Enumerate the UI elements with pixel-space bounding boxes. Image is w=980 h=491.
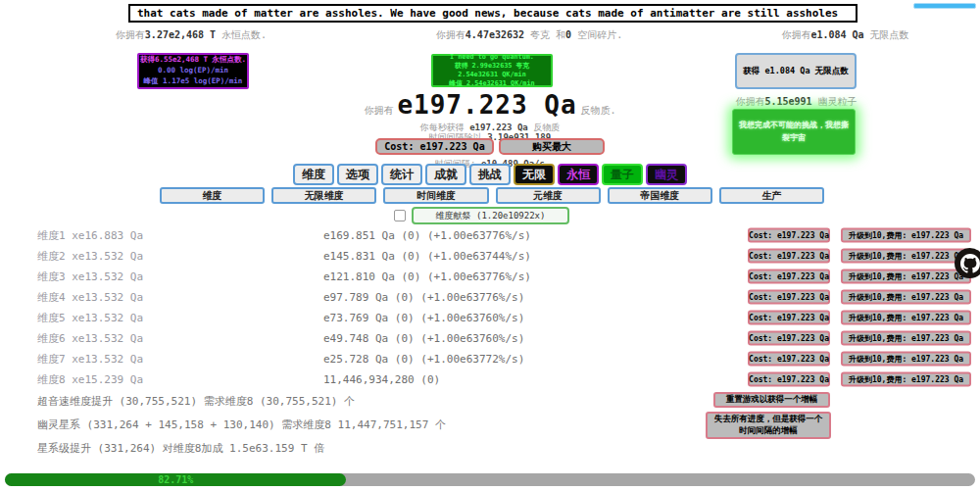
- buy-one-button[interactable]: Cost: e197.223 Qa: [748, 269, 830, 283]
- dimensional-sacrifice-button[interactable]: 维度献祭 (1.20e10922x): [412, 207, 569, 224]
- dimension-row-4: 维度4 xe13.532 Qa e97.789 Qa (0) (+1.00e63…: [0, 286, 980, 307]
- github-mark: [960, 254, 980, 273]
- dimboost-reset-button[interactable]: 重置游戏以获得一个增幅: [713, 392, 830, 408]
- antimatter-suffix: 反物质.: [581, 104, 616, 118]
- dimension-amount: e73.769 Qa (0) (+1.00e63760%/s): [323, 311, 524, 323]
- dimension-label: 维度8 xe15.239 Qa: [37, 371, 143, 386]
- infinity-button-label: 获得 e1.084 Qa 无限点数: [743, 66, 848, 77]
- quark-owned-amount: 4.47e32632: [466, 29, 524, 40]
- dimension-label: 维度7 xe13.532 Qa: [37, 351, 143, 366]
- buy-until-10-button[interactable]: 升级到10,费用: e197.223 Qa: [841, 227, 971, 242]
- quark-owned-prefix: 你拥有: [436, 29, 466, 40]
- impossible-challenge-button[interactable]: 我想完成不可能的挑战，我想撕裂宇宙: [732, 109, 856, 155]
- galaxy-label: 幽灵星系 (331,264 + 145,158 + 130,140) 需求维度8…: [37, 417, 446, 432]
- quantum-button-title: I need to go quantum.: [433, 53, 551, 62]
- tab-statistics[interactable]: 统计: [381, 164, 422, 185]
- eternity-button-gain: 获得6.55e2,468 T 永恒点数.: [139, 55, 247, 66]
- tab-options[interactable]: 选项: [337, 164, 378, 185]
- buy-until-10-button[interactable]: 升级到10,费用: e197.223 Qa: [841, 310, 971, 324]
- infinity-owned-suffix: 无限点数: [864, 29, 909, 40]
- quark-owned-mid: 夸克 和: [524, 29, 565, 40]
- dimension-amount: e145.831 Qa (0) (+1.00e63744%/s): [323, 249, 531, 262]
- dimboost-label: 超音速维度提升 (30,755,521) 需求维度8 (30,755,521) …: [37, 394, 355, 409]
- quantum-button-gain: 获得 2.99e32635 夸克: [433, 62, 551, 71]
- buy-until-10-button[interactable]: 升级到10,费用: e197.223 Qa: [841, 330, 971, 345]
- dimension-label: 维度4 xe13.532 Qa: [37, 289, 143, 304]
- eternity-button-rate: 0.00 log(EP)/min: [139, 66, 247, 76]
- buy-one-button[interactable]: Cost: e197.223 Qa: [748, 330, 830, 345]
- subtab-dimensions[interactable]: 维度: [160, 187, 265, 204]
- antimatter-prefix: 你拥有: [364, 104, 393, 118]
- galaxy-boost-label: 星系级提升 (331,264) 对维度8加成 1.5e63.159 T 倍: [37, 441, 324, 456]
- buy-until-10-button[interactable]: 升级到10,费用: e197.223 Qa: [841, 248, 971, 263]
- buy-one-button[interactable]: Cost: e197.223 Qa: [748, 289, 830, 304]
- eternity-owned-amount: 3.27e2,468 T: [145, 29, 216, 40]
- tab-dimensions[interactable]: 维度: [293, 164, 334, 185]
- eternity-owned-suffix: 永恒点数.: [216, 29, 267, 40]
- dimension-label: 维度5 xe13.532 Qa: [37, 310, 143, 324]
- github-octocat-icon[interactable]: [955, 248, 980, 278]
- antimatter-amount: e197.223 Qa: [397, 90, 576, 120]
- tab-quantum[interactable]: 量子: [602, 164, 643, 185]
- dimension-label: 维度2 xe13.532 Qa: [37, 248, 143, 263]
- news-ticker-text: that cats made of matter are assholes. W…: [137, 7, 838, 20]
- buy-one-button[interactable]: Cost: e197.223 Qa: [748, 227, 830, 242]
- dimension-label: 维度1 xe16.883 Qa: [37, 227, 143, 242]
- dimension-row-6: 维度6 xe13.532 Qa e49.748 Qa (0) (+1.00e63…: [0, 327, 980, 348]
- dimension-label: 维度6 xe13.532 Qa: [37, 330, 143, 345]
- tickspeed-cost-button[interactable]: Cost: e197.223 Qa: [375, 138, 494, 155]
- buy-one-button[interactable]: Cost: e197.223 Qa: [748, 310, 830, 324]
- eternity-owned-prefix: 你拥有: [116, 29, 145, 40]
- progress-percent: 82.71%: [5, 473, 346, 486]
- dimension-row-8: 维度8 xe15.239 Qa 11,446,934,280 (0) Cost:…: [0, 368, 980, 389]
- sub-tab-bar: 维度 无限维度 时间维度 元维度 帝国维度 生产: [160, 187, 824, 204]
- dimension-row-2: 维度2 xe13.532 Qa e145.831 Qa (0) (+1.00e6…: [0, 245, 980, 266]
- bottom-progress-track: 82.71%: [5, 473, 975, 486]
- buy-one-button[interactable]: Cost: e197.223 Qa: [748, 371, 830, 386]
- dimension-row-1: 维度1 xe16.883 Qa e169.851 Qa (0) (+1.00e6…: [0, 224, 980, 245]
- tab-challenges[interactable]: 挑战: [469, 164, 511, 185]
- dimension-row-7: 维度7 xe13.532 Qa e25.728 Qa (0) (+1.00e63…: [0, 348, 980, 368]
- subtab-meta-dimensions[interactable]: 元维度: [496, 187, 601, 204]
- quantum-button-peak: 峰值 2.54e32631 QK/min: [433, 79, 551, 88]
- tab-infinity[interactable]: 无限: [514, 164, 555, 185]
- subtab-production[interactable]: 生产: [719, 187, 824, 204]
- buy-until-10-button[interactable]: 升级到10,费用: e197.223 Qa: [841, 371, 971, 386]
- subtab-imperial-dimensions[interactable]: 帝国维度: [608, 187, 712, 204]
- tab-achievements[interactable]: 成就: [425, 164, 466, 185]
- buy-until-10-button[interactable]: 升级到10,费用: e197.223 Qa: [841, 289, 971, 304]
- main-tab-bar: 维度 选项 统计 成就 挑战 无限 永恒 量子 幽灵: [0, 164, 980, 185]
- subtab-infinity-dimensions[interactable]: 无限维度: [271, 187, 376, 204]
- infinity-owned-amount: e1.084 Qa: [810, 29, 863, 40]
- game-page: that cats made of matter are assholes. W…: [0, 0, 980, 491]
- quark-owned: 你拥有4.47e32632 夸克 和0 空间碎片.: [422, 28, 636, 42]
- tickspeed-buy-max-button[interactable]: 购买最大: [499, 138, 605, 155]
- tab-eternity[interactable]: 永恒: [558, 164, 599, 185]
- buy-one-button[interactable]: Cost: e197.223 Qa: [748, 351, 830, 366]
- dimension-row-3: 维度3 xe13.532 Qa e121.810 Qa (0) (+1.00e6…: [0, 266, 980, 286]
- progress-fill: 82.71%: [5, 473, 346, 486]
- dimension-amount: e169.851 Qa (0) (+1.00e63776%/s): [323, 228, 531, 241]
- dimension-amount: e121.810 Qa (0) (+1.00e63776%/s): [323, 270, 531, 282]
- news-ticker[interactable]: that cats made of matter are assholes. W…: [128, 4, 858, 23]
- infinity-button[interactable]: 获得 e1.084 Qa 无限点数: [735, 53, 857, 89]
- sacrifice-checkbox[interactable]: [394, 210, 406, 221]
- dimension-amount: e97.789 Qa (0) (+1.00e63776%/s): [323, 290, 524, 303]
- top-progress-bar: [913, 3, 976, 9]
- eternity-button-peak: 峰值 1.17e5 log(EP)/min: [139, 76, 247, 87]
- quantum-button[interactable]: I need to go quantum. 获得 2.99e32635 夸克 2…: [431, 54, 553, 87]
- infinity-owned-prefix: 你拥有: [781, 29, 810, 40]
- infinity-points-owned: 你拥有e1.084 Qa 无限点数: [730, 28, 960, 42]
- dimension-row-5: 维度5 xe13.532 Qa e73.769 Qa (0) (+1.00e63…: [0, 307, 980, 327]
- galaxy-reset-button[interactable]: 失去所有进度，但是获得一个时间间隔的增幅: [706, 412, 831, 439]
- buy-one-button[interactable]: Cost: e197.223 Qa: [748, 248, 830, 263]
- subtab-time-dimensions[interactable]: 时间维度: [383, 187, 488, 204]
- eternity-button[interactable]: 获得6.55e2,468 T 永恒点数. 0.00 log(EP)/min 峰值…: [137, 53, 249, 89]
- buy-until-10-button[interactable]: 升级到10,费用: e197.223 Qa: [841, 351, 971, 366]
- dimension-label: 维度3 xe13.532 Qa: [37, 269, 143, 283]
- dimension-amount: e25.728 Qa (0) (+1.00e63772%/s): [323, 352, 524, 365]
- tab-ghost[interactable]: 幽灵: [646, 164, 687, 185]
- dimension-amount: e49.748 Qa (0) (+1.00e63760%/s): [323, 331, 524, 344]
- buy-until-10-button[interactable]: 升级到10,费用: e197.223 Qa: [841, 269, 971, 283]
- quark-owned-suffix: 空间碎片.: [571, 29, 622, 40]
